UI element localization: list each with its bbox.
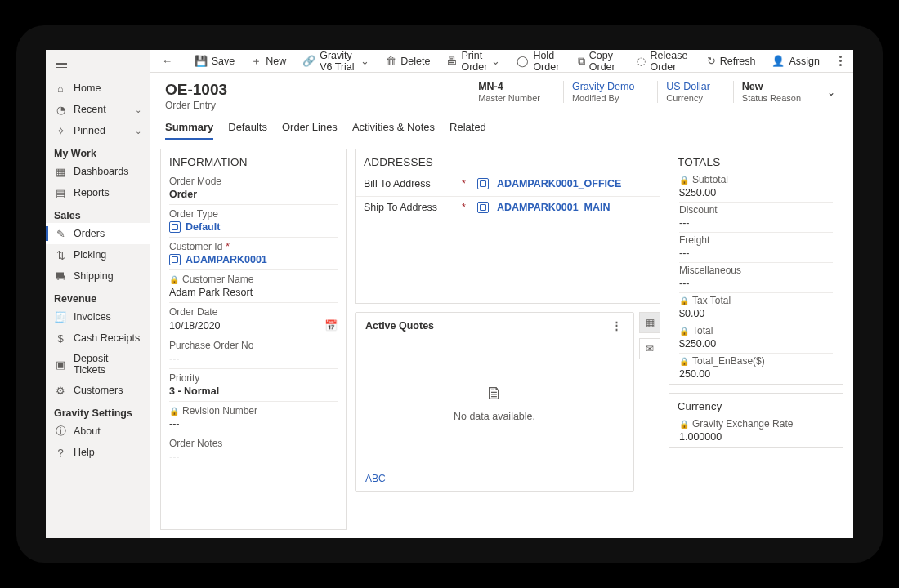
nav-shipping[interactable]: ⛟Shipping (46, 265, 150, 287)
back-button[interactable]: ← (155, 50, 179, 72)
calendar-icon[interactable]: 📅 (324, 319, 338, 332)
overflow-menu[interactable] (833, 51, 848, 71)
page-subtitle: Order Entry (165, 100, 227, 111)
modified-by-value[interactable]: Gravity Demo (572, 81, 634, 92)
bill-to-row: Bill To Address * ADAMPARK0001_OFFICE (356, 173, 660, 197)
assign-button[interactable]: 👤Assign (765, 50, 826, 72)
nav-deposit[interactable]: ▣Deposit Tickets (46, 349, 150, 380)
customers-icon: ⚙ (54, 384, 67, 397)
po-value[interactable]: --- (169, 351, 338, 369)
print-dropdown[interactable]: 🖶Print Order⌄ (440, 50, 507, 72)
discount-value[interactable]: --- (679, 216, 833, 233)
tab-order-lines[interactable]: Order Lines (282, 121, 338, 140)
refresh-button[interactable]: ↻Refresh (700, 50, 763, 72)
cash-icon: $ (54, 332, 67, 345)
bill-to-label: Bill To Address (364, 178, 454, 189)
page-title: OE-1003 (165, 81, 227, 99)
cmd-label: Copy Order (589, 50, 621, 73)
misc-value[interactable]: --- (679, 276, 833, 293)
ship-to-link[interactable]: ADAMPARK0001_MAIN (497, 202, 611, 213)
trial-dropdown[interactable]: 🔗Gravity V6 Trial⌄ (296, 50, 376, 72)
currency-value[interactable]: US Dollar (666, 81, 710, 92)
cmd-label: Hold Order (533, 50, 561, 73)
lookup-icon (477, 202, 489, 213)
subtotal-value: $250.00 (679, 185, 833, 203)
help-icon: ? (54, 446, 67, 459)
nav-recent[interactable]: ◔Recent⌄ (46, 99, 150, 120)
notes-value[interactable]: --- (169, 449, 338, 466)
nav-customers[interactable]: ⚙Customers (46, 380, 150, 401)
order-mode-value[interactable]: Order (169, 187, 338, 205)
file-icon: 🗎 (485, 383, 503, 404)
report-icon: ▤ (54, 186, 67, 199)
tabs: Summary Defaults Order Lines Activities … (150, 111, 853, 140)
hamburger-icon[interactable] (52, 55, 70, 73)
order-date-value[interactable]: 10/18/2020📅 (169, 318, 338, 336)
tab-activities[interactable]: Activities & Notes (352, 121, 435, 140)
total-label: Total (692, 325, 713, 336)
save-button[interactable]: 💾Save (188, 50, 242, 72)
nav-reports[interactable]: ▤Reports (46, 182, 150, 203)
nav-orders[interactable]: ✎Orders (46, 223, 150, 244)
customer-name-value: Adam Park Resort (169, 285, 338, 303)
freight-value[interactable]: --- (679, 246, 833, 263)
quotes-empty: No data available. (454, 411, 535, 422)
order-mode-label: Order Mode (169, 176, 338, 187)
info-icon: ⓘ (54, 425, 67, 438)
tab-summary[interactable]: Summary (165, 121, 213, 140)
nav-about[interactable]: ⓘAbout (46, 421, 150, 442)
order-type-label: Order Type (169, 208, 338, 220)
customer-id-value[interactable]: ADAMPARK0001 (169, 252, 338, 270)
nav-label: Customers (74, 385, 123, 396)
content-body: INFORMATION Order ModeOrder Order TypeDe… (150, 140, 853, 538)
cmd-label: Print Order (461, 50, 487, 73)
bill-to-link[interactable]: ADAMPARK0001_OFFICE (497, 178, 622, 189)
record-header: OE-1003 Order Entry MN-4 Master Number G… (150, 73, 853, 111)
cmd-label: Release Order (650, 50, 690, 73)
ship-to-label: Ship To Address (364, 202, 454, 213)
subtotal-label: Subtotal (692, 174, 728, 185)
order-type-value[interactable]: Default (169, 220, 338, 238)
nav-label: Shipping (74, 270, 114, 282)
nav-cash[interactable]: $Cash Receipts (46, 327, 150, 349)
nav-help[interactable]: ?Help (46, 442, 150, 463)
nav-pinned[interactable]: ✧Pinned⌄ (46, 120, 150, 141)
release-button[interactable]: ◌Release Order (630, 50, 696, 72)
nav-home[interactable]: ⌂Home (46, 78, 150, 99)
cmd-label: Assign (789, 56, 820, 67)
hold-button[interactable]: ◯Hold Order (510, 50, 567, 72)
information-title: INFORMATION (161, 149, 346, 173)
nav-dashboards[interactable]: ▦Dashboards (46, 161, 150, 182)
delete-button[interactable]: 🗑Delete (379, 50, 436, 72)
rate-label: Gravity Exchange Rate (692, 418, 793, 430)
new-button[interactable]: ＋New (244, 50, 293, 72)
rail-button-1[interactable]: ▦ (639, 312, 660, 333)
customer-id-link[interactable]: ADAMPARK0001 (186, 254, 267, 265)
lookup-icon (169, 254, 181, 265)
priority-value[interactable]: 3 - Normal (169, 384, 338, 402)
nav-picking[interactable]: ⇅Picking (46, 244, 150, 265)
nav-home-label: Home (74, 82, 101, 94)
main: ← 💾Save ＋New 🔗Gravity V6 Trial⌄ 🗑Delete … (150, 50, 853, 538)
discount-label: Discount (679, 204, 833, 216)
lock-icon: 🔒 (679, 357, 689, 366)
quotes-more[interactable]: ⋮ (611, 319, 624, 332)
total-value: $250.00 (679, 336, 833, 354)
nav-invoices[interactable]: 🧾Invoices (46, 306, 150, 327)
chevron-down-icon: ⌄ (360, 55, 369, 67)
command-bar: ← 💾Save ＋New 🔗Gravity V6 Trial⌄ 🗑Delete … (150, 50, 853, 73)
master-number-label: Master Number (478, 93, 540, 103)
currency-label: Currency (666, 93, 710, 103)
rail-button-2[interactable]: ✉ (639, 338, 660, 359)
order-type-link[interactable]: Default (186, 221, 220, 233)
copy-button[interactable]: ⧉Copy Order (571, 50, 628, 72)
revision-label: 🔒Revision Number (169, 405, 338, 416)
quotes-abc[interactable]: ABC (365, 473, 386, 484)
header-expand[interactable]: ⌄ (824, 87, 839, 98)
totals-card: TOTALS 🔒Subtotal$250.00 Discount--- Frei… (669, 149, 843, 385)
tab-related[interactable]: Related (450, 121, 486, 140)
tax-label: Tax Total (692, 295, 731, 306)
tab-defaults[interactable]: Defaults (228, 121, 267, 140)
plus-icon: ＋ (251, 54, 262, 69)
notes-label: Order Notes (169, 438, 338, 449)
